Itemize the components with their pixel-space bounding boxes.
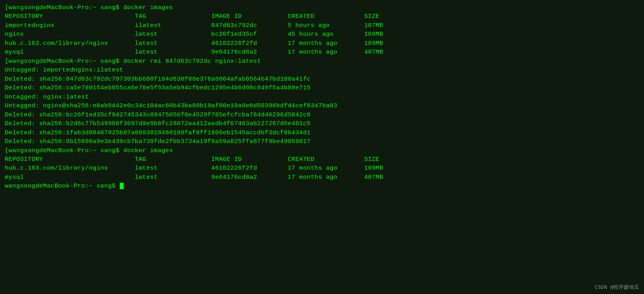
data-line: mysql latest 9e64176cd8a2 17 months ago …	[5, 48, 639, 56]
data-line: Untagged: importednginx:ilatest	[5, 66, 639, 74]
data-line: Deleted: sha256:bc26f1ed35cf942745343c09…	[5, 110, 639, 119]
data-line: hub.c.163.com/library/nginx latest 46102…	[5, 39, 639, 48]
cursor	[120, 183, 124, 189]
data-line: Deleted: sha256:1fab3d68487825b07a060382…	[5, 128, 639, 137]
prompt-text: wangsongdeMacBook-Pro:~ sang$	[5, 182, 119, 190]
data-line: Deleted: sha256:8b15606a9e3e430cb7ba739f…	[5, 137, 639, 146]
header-line: REPOSITORY TAG IMAGE ID CREATED SIZE	[5, 12, 639, 21]
data-line: Deleted: sha256:b2d6c77b549900f3097d9e9b…	[5, 119, 639, 128]
data-line: Deleted: sha256:ca5e780154eb655ca6e78e5f…	[5, 83, 639, 92]
terminal-output: [wangsongdeMacBook-Pro:~ sang$ docker im…	[5, 3, 639, 191]
data-line: Untagged: nginx@sha256:e8ab8d42e0c34c104…	[5, 101, 639, 110]
terminal-window: [wangsongdeMacBook-Pro:~ sang$ docker im…	[0, 0, 644, 294]
prompt-line: [wangsongdeMacBook-Pro:~ sang$ docker im…	[5, 146, 639, 155]
prompt-line: [wangsongdeMacBook-Pro:~ sang$ docker rm…	[5, 57, 639, 66]
data-line: mysql latest 9e64176cd8a2 17 months ago …	[5, 173, 639, 182]
data-line: importednginx ilatest 847d63c792dc 5 hou…	[5, 21, 639, 30]
watermark: CSDN @程序媛地瓜	[595, 284, 639, 291]
prompt-line: wangsongdeMacBook-Pro:~ sang$	[5, 182, 639, 190]
prompt-line: [wangsongdeMacBook-Pro:~ sang$ docker im…	[5, 3, 639, 12]
data-line: Deleted: sha256:847d63c792dc787303bb680f…	[5, 75, 639, 83]
data-line: hub.c.163.com/library/nginx latest 46102…	[5, 164, 639, 172]
data-line: Untagged: nginx:latest	[5, 93, 639, 101]
data-line: nginx latest bc26f1ed35cf 45 hours ago 1…	[5, 30, 639, 39]
header-line: REPOSITORY TAG IMAGE ID CREATED SIZE	[5, 155, 639, 164]
